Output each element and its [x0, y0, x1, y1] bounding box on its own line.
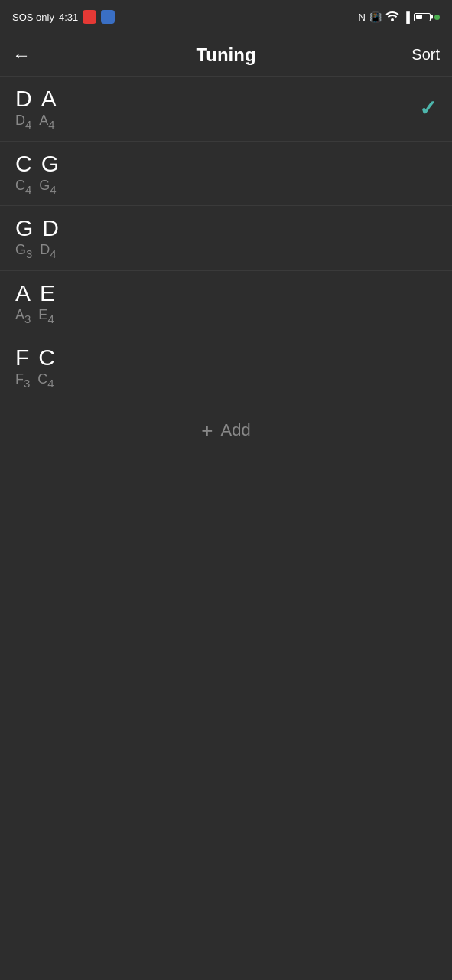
- signal-icon: ▐: [403, 11, 410, 23]
- tuning-main-notes: F C: [15, 346, 55, 369]
- tuning-item[interactable]: A E A3 E4: [0, 271, 452, 336]
- page-title: Tuning: [196, 44, 255, 66]
- tuning-notes: C G C4 G4: [15, 152, 59, 195]
- add-plus-icon: +: [201, 419, 213, 443]
- mail-app-icon: [101, 10, 115, 24]
- tuning-item[interactable]: G D G3 D4: [0, 206, 452, 271]
- note-octave-1: G3: [15, 243, 32, 260]
- note-octave-2: D4: [40, 243, 56, 260]
- note-letter-2: E: [40, 282, 55, 305]
- note-octave-2: A4: [39, 113, 54, 130]
- tuning-main-notes: A E: [15, 282, 55, 305]
- tuning-sub-notes: G3 D4: [15, 243, 59, 260]
- vibrate-icon: 📳: [369, 11, 382, 23]
- note-octave-2: G4: [39, 178, 56, 195]
- green-dot-indicator: [434, 15, 440, 20]
- tuning-item[interactable]: D A D4 A4 ✓: [0, 77, 452, 142]
- time-text: 4:31: [59, 11, 78, 23]
- sos-app-icon: [83, 10, 96, 24]
- tuning-notes: G D G3 D4: [15, 217, 59, 260]
- back-button[interactable]: ←: [12, 46, 31, 64]
- note-letter-1: C: [15, 152, 32, 175]
- status-left: SOS only 4:31: [12, 10, 115, 24]
- note-letter-1: D: [15, 87, 32, 110]
- note-letter-2: G: [41, 152, 59, 175]
- back-arrow-icon: ←: [12, 46, 31, 64]
- tuning-notes: F C F3 C4: [15, 346, 55, 389]
- note-octave-1: D4: [15, 113, 31, 130]
- tuning-sub-notes: C4 G4: [15, 178, 59, 195]
- note-letter-1: F: [15, 346, 29, 369]
- tuning-main-notes: D A: [15, 87, 57, 110]
- note-octave-1: F3: [15, 372, 30, 389]
- note-letter-1: A: [15, 282, 31, 305]
- status-right: N 📳 ▐: [358, 11, 440, 24]
- tuning-sub-notes: A3 E4: [15, 308, 55, 325]
- sort-button[interactable]: Sort: [411, 46, 440, 64]
- tuning-notes: A E A3 E4: [15, 282, 55, 325]
- note-octave-2: E4: [38, 308, 54, 325]
- note-letter-2: C: [38, 346, 55, 369]
- note-letter-2: D: [42, 217, 59, 240]
- note-octave-1: A3: [15, 308, 31, 325]
- note-letter-2: A: [41, 87, 57, 110]
- tuning-main-notes: G D: [15, 217, 59, 240]
- note-letter-1: G: [15, 217, 33, 240]
- tuning-item[interactable]: C G C4 G4: [0, 142, 452, 207]
- tuning-sub-notes: D4 A4: [15, 113, 57, 130]
- note-octave-2: C4: [37, 372, 54, 389]
- header: ← Tuning Sort: [0, 34, 452, 77]
- carrier-text: SOS only: [12, 11, 54, 23]
- note-octave-1: C4: [15, 178, 31, 195]
- nfc-icon: N: [358, 11, 365, 23]
- tuning-notes: D A D4 A4: [15, 87, 57, 130]
- wifi-icon: [385, 11, 399, 24]
- selected-check-icon: ✓: [419, 96, 437, 121]
- add-label: Add: [221, 420, 251, 440]
- tuning-sub-notes: F3 C4: [15, 372, 55, 389]
- tuning-list: D A D4 A4 ✓ C G C4 G4: [0, 77, 452, 400]
- add-button[interactable]: + Add: [0, 400, 452, 461]
- tuning-item[interactable]: F C F3 C4: [0, 335, 452, 400]
- tuning-main-notes: C G: [15, 152, 59, 175]
- svg-point-0: [391, 18, 394, 21]
- battery-icon: [414, 13, 431, 21]
- status-bar: SOS only 4:31 N 📳 ▐: [0, 0, 452, 34]
